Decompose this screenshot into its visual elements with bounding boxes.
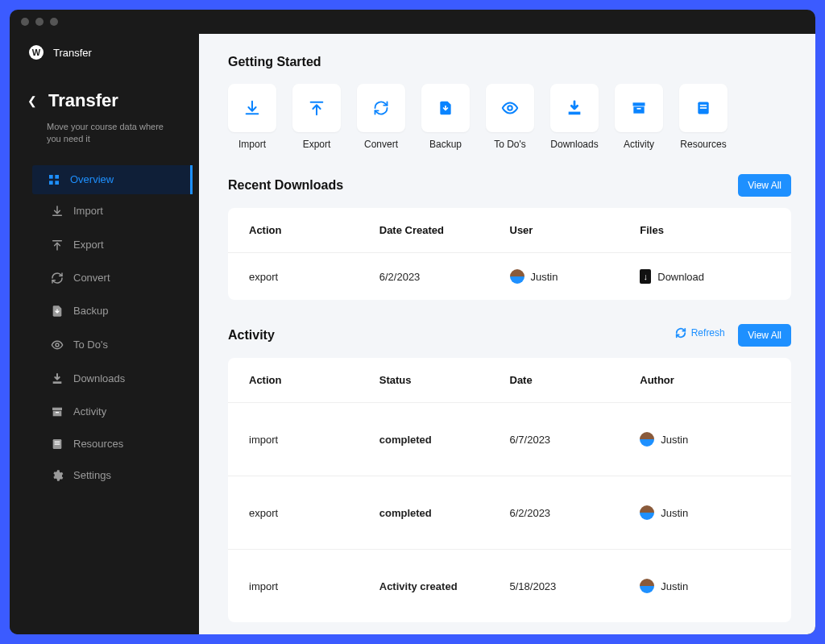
sidebar-item-overview[interactable]: Overview xyxy=(32,165,193,194)
sidebar-item-backup[interactable]: Backup xyxy=(29,294,193,328)
avatar-icon xyxy=(510,269,524,284)
cell-author: Justin xyxy=(640,579,770,593)
cell-author: Justin xyxy=(640,432,770,447)
app-window: W Transfer ❮ Transfer Move your course d… xyxy=(10,10,815,634)
back-icon[interactable]: ❮ xyxy=(27,94,37,107)
sidebar-item-resources[interactable]: Resources xyxy=(29,428,193,460)
cell-user: Justin xyxy=(510,269,641,284)
card-downloads[interactable]: Downloads xyxy=(550,84,599,150)
nav-label: To Do's xyxy=(73,339,108,351)
downloads-header: Recent Downloads View All xyxy=(228,174,791,197)
column-header: Date Created xyxy=(379,224,510,236)
svg-point-4 xyxy=(56,343,59,347)
svg-rect-6 xyxy=(52,407,62,409)
download-bar-icon xyxy=(51,370,64,388)
download-bar-icon xyxy=(566,99,583,117)
activity-view-all-button[interactable]: View All xyxy=(738,324,791,347)
nav-label: Resources xyxy=(73,438,123,450)
grid-icon xyxy=(48,173,60,186)
book-icon xyxy=(695,100,711,116)
svg-rect-14 xyxy=(633,102,645,106)
table-header: ActionStatusDateAuthor xyxy=(228,358,791,403)
svg-point-12 xyxy=(508,106,512,110)
svg-rect-5 xyxy=(53,381,62,384)
refresh-icon xyxy=(373,100,389,116)
table-row: exportcompleted6/2/2023Justin xyxy=(228,476,791,550)
book-icon xyxy=(51,436,64,452)
svg-rect-10 xyxy=(55,441,60,442)
refresh-icon xyxy=(675,327,686,339)
svg-rect-8 xyxy=(56,412,59,413)
nav-label: Overview xyxy=(70,173,114,185)
column-header: Action xyxy=(249,374,379,386)
card-convert[interactable]: Convert xyxy=(357,84,405,150)
card-import[interactable]: Import xyxy=(228,84,276,150)
sidebar-item-to-do-s[interactable]: To Do's xyxy=(29,328,193,362)
card-to-do-s[interactable]: To Do's xyxy=(486,84,534,150)
card-activity[interactable]: Activity xyxy=(615,84,663,150)
activity-header: Activity Refresh View All xyxy=(228,324,791,347)
table-row: importActivity created5/18/2023Justin xyxy=(228,550,791,622)
card-label: Downloads xyxy=(550,139,598,150)
svg-rect-18 xyxy=(700,105,707,106)
cell-action: import xyxy=(249,580,379,592)
svg-rect-0 xyxy=(49,175,53,179)
refresh-label: Refresh xyxy=(691,327,725,339)
sidebar-item-downloads[interactable]: Downloads xyxy=(29,362,193,396)
card-label: To Do's xyxy=(494,139,526,150)
nav-label: Activity xyxy=(73,405,106,418)
sidebar-item-convert[interactable]: Convert xyxy=(29,262,193,294)
nav-label: Downloads xyxy=(73,372,125,384)
avatar-icon xyxy=(640,432,654,447)
card-export[interactable]: Export xyxy=(292,84,341,150)
column-header: Action xyxy=(249,224,379,236)
card-label: Backup xyxy=(429,139,462,150)
card-backup[interactable]: Backup xyxy=(421,84,470,150)
upload-icon xyxy=(51,236,64,254)
sidebar-item-activity[interactable]: Activity xyxy=(29,396,193,428)
window-maximize-icon[interactable] xyxy=(50,18,58,26)
window-close-icon[interactable] xyxy=(21,18,29,26)
sidebar-item-export[interactable]: Export xyxy=(29,228,193,262)
nav-label: Convert xyxy=(73,272,110,284)
column-header: Date xyxy=(510,374,641,386)
eye-icon xyxy=(501,99,519,117)
svg-rect-11 xyxy=(55,443,60,444)
svg-rect-13 xyxy=(569,112,581,115)
svg-rect-19 xyxy=(700,107,707,109)
refresh-icon xyxy=(51,270,64,286)
column-header: User xyxy=(510,224,641,236)
svg-rect-15 xyxy=(633,106,644,113)
wordpress-logo-icon: W xyxy=(29,45,44,60)
archive-icon xyxy=(631,100,647,116)
cell-date: 5/18/2023 xyxy=(510,580,641,592)
downloads-table: ActionDate CreatedUserFilesexport6/2/202… xyxy=(228,208,791,300)
cell-status: completed xyxy=(379,507,510,519)
download-file-button[interactable]: Download xyxy=(640,269,770,284)
page-subtitle: Move your course data where you need it xyxy=(10,121,199,146)
sidebar-item-import[interactable]: Import xyxy=(29,194,193,228)
card-resources[interactable]: Resources xyxy=(679,84,728,150)
page-title: Transfer xyxy=(48,90,118,111)
column-header: Author xyxy=(640,374,770,386)
window-minimize-icon[interactable] xyxy=(35,18,44,26)
cell-date: 6/7/2023 xyxy=(510,434,641,446)
nav-label: Import xyxy=(73,205,103,217)
cell-date: 6/2/2023 xyxy=(510,507,641,519)
activity-title: Activity xyxy=(228,328,275,343)
svg-rect-7 xyxy=(53,410,62,416)
cell-action: export xyxy=(249,271,379,283)
sidebar-item-settings[interactable]: Settings xyxy=(29,460,193,491)
downloads-view-all-button[interactable]: View All xyxy=(738,174,791,197)
cell-action: import xyxy=(249,434,379,446)
file-down-icon xyxy=(437,99,454,117)
card-label: Activity xyxy=(624,139,654,150)
download-icon xyxy=(243,99,261,117)
upload-icon xyxy=(308,99,325,117)
eye-icon xyxy=(51,336,64,354)
nav-label: Settings xyxy=(73,469,111,481)
window-titlebar xyxy=(10,10,815,34)
activity-refresh-button[interactable]: Refresh xyxy=(675,327,725,339)
app-name: Transfer xyxy=(53,47,92,59)
file-download-icon xyxy=(640,269,651,284)
